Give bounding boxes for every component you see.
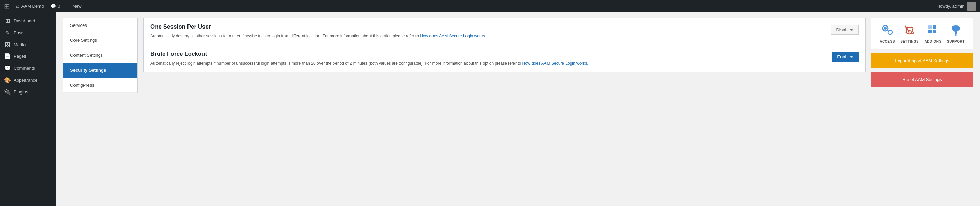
sidebar-item-comments[interactable]: 💬 Comments [0, 62, 56, 74]
sidebar-item-media[interactable]: 🖼 Media [0, 39, 56, 50]
addons-icon [926, 24, 940, 37]
admin-bar: ⊞ ⌂ AAM Demo 💬 0 ＋ New Howdy, admin [0, 0, 980, 12]
appearance-icon: 🎨 [4, 77, 11, 83]
aam-icon-panel: ACCESS SETTINGS [871, 18, 973, 49]
adminbar-site-link[interactable]: ⌂ AAM Demo [13, 3, 47, 9]
setting-brute-force-desc: Automatically reject login attempts if n… [150, 60, 827, 67]
setting-brute-force-title: Brute Force Lockout [150, 51, 827, 57]
nav-item-security-settings[interactable]: Security Settings [63, 63, 137, 78]
comments-count: 0 [57, 4, 60, 9]
one-session-button[interactable]: Disabled [831, 25, 859, 35]
comments-icon: 💬 [4, 65, 11, 71]
access-label: ACCESS [880, 40, 895, 43]
plugins-icon: 🔌 [4, 89, 11, 95]
nav-label-core-settings: Core Settings [70, 38, 97, 43]
reset-button[interactable]: Reset AAM Settings [871, 72, 973, 87]
sidebar-item-plugins[interactable]: 🔌 Plugins [0, 86, 56, 98]
access-icon-item[interactable]: ACCESS [880, 24, 895, 43]
svg-rect-9 [928, 25, 932, 29]
sidebar-label-dashboard: Dashboard [14, 18, 35, 24]
setting-one-session-toggle: Disabled [831, 25, 859, 35]
settings-icon [903, 24, 916, 37]
nav-item-content-settings[interactable]: Content Settings [63, 48, 137, 63]
svg-point-2 [888, 30, 892, 34]
nav-label-configpress: ConfigPress [70, 82, 94, 88]
support-label: SUPPORT [947, 40, 965, 43]
adminbar-new[interactable]: ＋ New [64, 3, 84, 9]
admin-menu: ⊞ Dashboard ✎ Posts 🖼 Media 📄 Pages 💬 Co… [0, 12, 56, 206]
nav-label-services: Services [70, 23, 87, 28]
pages-icon: 📄 [4, 53, 11, 60]
nav-label-content-settings: Content Settings [70, 53, 103, 58]
setting-one-session: One Session Per User Automatically destr… [143, 18, 865, 45]
support-icon [949, 24, 963, 37]
addons-label: ADD-ONS [924, 40, 941, 43]
sidebar-label-plugins: Plugins [14, 89, 28, 95]
brute-force-button[interactable]: Enabled [832, 52, 859, 62]
sidebar-item-posts[interactable]: ✎ Posts [0, 27, 56, 39]
sidebar-item-pages[interactable]: 📄 Pages [0, 50, 56, 62]
aam-sidebar: ACCESS SETTINGS [871, 18, 973, 87]
svg-rect-7 [933, 25, 937, 29]
adminbar-right: Howdy, admin [937, 2, 976, 11]
sidebar-label-posts: Posts [14, 30, 25, 35]
setting-brute-force-text: Brute Force Lockout Automatically reject… [150, 51, 827, 67]
sidebar-label-appearance: Appearance [14, 78, 37, 82]
adminbar-comments[interactable]: 💬 0 [48, 4, 63, 9]
sidebar-label-comments: Comments [14, 66, 35, 71]
aam-content-panel: One Session Per User Automatically destr… [143, 18, 865, 73]
export-button[interactable]: Export/Import AAM Settings [871, 53, 973, 68]
setting-one-session-text: One Session Per User Automatically destr… [150, 24, 826, 40]
setting-brute-force-link[interactable]: How does AAM Secure Login works. [522, 61, 588, 66]
nav-item-services[interactable]: Services [63, 18, 137, 33]
setting-one-session-link[interactable]: How does AAM Secure Login works. [420, 34, 486, 38]
sidebar-item-dashboard[interactable]: ⊞ Dashboard [0, 15, 56, 27]
comment-icon: 💬 [51, 4, 56, 9]
dashboard-icon: ⊞ [4, 18, 11, 24]
svg-point-10 [955, 34, 956, 36]
nav-item-configpress[interactable]: ConfigPress [63, 78, 137, 93]
nav-label-security-settings: Security Settings [70, 68, 106, 73]
aam-navigation: Services Core Settings Content Settings … [63, 18, 138, 93]
avatar [967, 2, 976, 11]
sidebar-label-media: Media [14, 42, 25, 47]
setting-one-session-title: One Session Per User [150, 24, 826, 30]
settings-icon-item[interactable]: SETTINGS [900, 24, 919, 43]
site-name: AAM Demo [21, 4, 44, 9]
media-icon: 🖼 [4, 41, 11, 48]
main-content: Services Core Settings Content Settings … [56, 12, 980, 206]
svg-rect-8 [933, 30, 937, 33]
support-icon-item[interactable]: SUPPORT [947, 24, 965, 43]
setting-one-session-desc: Automatically destroy all other sessions… [150, 33, 826, 40]
new-label: New [73, 4, 81, 9]
svg-point-5 [908, 30, 911, 34]
sidebar-label-pages: Pages [14, 54, 26, 59]
setting-brute-force: Brute Force Lockout Automatically reject… [143, 45, 865, 72]
svg-rect-6 [928, 30, 932, 33]
howdy-text: Howdy, admin [937, 4, 964, 9]
settings-label: SETTINGS [900, 40, 919, 43]
wp-logo[interactable]: ⊞ [4, 2, 10, 10]
addons-icon-item[interactable]: ADD-ONS [924, 24, 941, 43]
setting-brute-force-toggle: Enabled [832, 52, 859, 62]
posts-icon: ✎ [4, 30, 11, 36]
access-icon [881, 24, 894, 37]
nav-item-core-settings[interactable]: Core Settings [63, 33, 137, 48]
sidebar-item-appearance[interactable]: 🎨 Appearance [0, 74, 56, 86]
plus-icon: ＋ [67, 3, 71, 9]
home-icon: ⌂ [16, 3, 19, 9]
